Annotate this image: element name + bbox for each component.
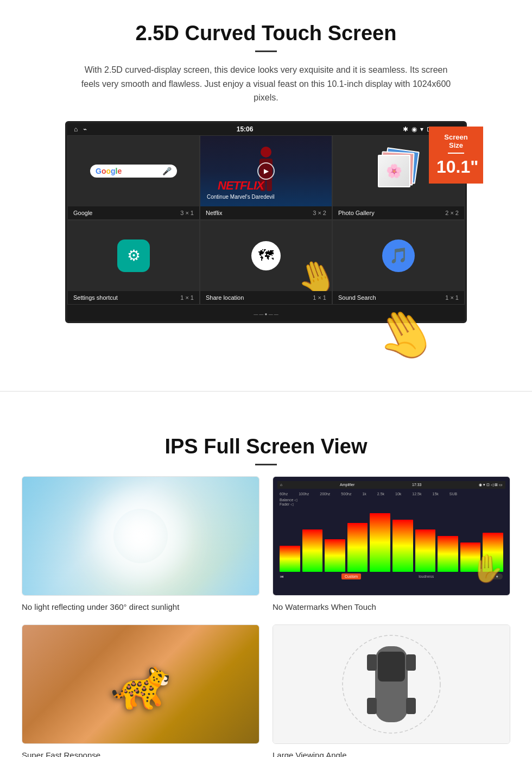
cheetah-image: 🐆: [22, 624, 259, 744]
amp-loudness-label: loudness: [419, 575, 434, 578]
netflix-name: Netflix: [206, 210, 223, 216]
feature-car: Large Viewing Angle: [273, 624, 510, 757]
share-app-label: Share location 1 × 1: [200, 291, 332, 304]
amp-fader-label: Fader ◁: [277, 502, 505, 507]
amp-bar-6: [392, 520, 413, 572]
photo-name: Photo Gallery: [338, 210, 375, 216]
svg-rect-5: [367, 698, 377, 714]
device-frame: ⌂ ⌁ 15:06 ✱ ◉ ▾ ⊡ ◁ ⊠ ▭: [65, 121, 467, 323]
amp-freq-labels: 60hz 100hz 200hz 500hz 1k 2.5k 10k 12.5k…: [277, 491, 505, 497]
share-name: Share location: [206, 294, 244, 301]
curved-screen-section: 2.5D Curved Touch Screen With 2.5D curve…: [0, 0, 532, 386]
car-image: [273, 624, 510, 744]
amp-time: 17:33: [412, 483, 422, 487]
amp-icons: ◉ ▾ ⊡ ◁ ⊠ ▭: [479, 483, 503, 487]
amp-bar-4: [347, 523, 368, 572]
sound-app-label: Sound Search 1 × 1: [333, 291, 464, 304]
settings-name: Settings shortcut: [73, 294, 118, 301]
ips-divider: [255, 464, 277, 465]
app-cell-share[interactable]: 🗺 🤚 Share location 1 × 1: [200, 220, 332, 305]
ips-section: IPS Full Screen View No light reflecting…: [0, 413, 532, 757]
feature-cheetah: 🐆 Super Fast Response: [22, 624, 259, 757]
car-visual: [273, 625, 510, 743]
amp-bar-1: [280, 546, 300, 572]
amp-bar-3: [325, 539, 345, 572]
share-thumb: 🗺 🤚: [200, 220, 332, 291]
usb-icon: ⌁: [83, 125, 87, 133]
cheetah-emoji: 🐆: [110, 655, 171, 712]
svg-rect-2: [378, 652, 405, 682]
photo-size: 2 × 2: [445, 210, 459, 216]
section-divider-line: [0, 391, 532, 392]
sound-thumb: 🎵: [333, 220, 464, 291]
amp-bar-2: [302, 529, 323, 572]
photo-app-label: Photo Gallery 2 × 2: [333, 206, 464, 219]
location-icon: ◉: [411, 125, 417, 133]
cheetah-label: Super Fast Response: [22, 750, 259, 757]
app-cell-netflix[interactable]: ▶ NETFLIX Continue Marvel's Daredevil Ne…: [200, 135, 332, 220]
status-left: ⌂ ⌁: [74, 125, 87, 133]
amplifier-visual: ⌂ Amplifier 17:33 ◉ ▾ ⊡ ◁ ⊠ ▭ 60hz 100hz…: [273, 477, 510, 595]
google-name: Google: [73, 210, 92, 216]
hand-gesture-icon: 🤚: [291, 252, 332, 291]
car-container: [273, 625, 510, 743]
car-label: Large Viewing Angle: [273, 750, 510, 757]
svg-rect-6: [406, 698, 416, 714]
status-time: 15:06: [237, 125, 254, 133]
app-grid-row2: ⚙ Settings shortcut 1 × 1 🗺 🤚 S: [67, 220, 465, 305]
amp-balance-label: Balance ◁: [277, 497, 505, 502]
sunlight-label: No light reflecting under 360° direct su…: [22, 602, 259, 611]
app-cell-settings[interactable]: ⚙ Settings shortcut 1 × 1: [67, 220, 200, 305]
section1-desc: With 2.5D curved-display screen, this de…: [76, 63, 456, 105]
feature-grid: No light reflecting under 360° direct su…: [22, 476, 510, 757]
netflix-label: NETFLIX Continue Marvel's Daredevil: [207, 179, 275, 200]
google-mic-icon[interactable]: 🎤: [162, 167, 172, 175]
google-label: Google 3 × 1: [68, 206, 199, 219]
ips-title: IPS Full Screen View: [22, 435, 510, 458]
ips-header: IPS Full Screen View: [22, 435, 510, 465]
photo-card-3: 🌸: [378, 155, 410, 187]
bluetooth-icon: ✱: [403, 125, 408, 133]
app-cell-sound[interactable]: 🎵 Sound Search 1 × 1: [332, 220, 465, 305]
svg-rect-4: [406, 654, 416, 671]
netflix-play-button[interactable]: ▶: [257, 162, 275, 180]
status-bar: ⌂ ⌁ 15:06 ✱ ◉ ▾ ⊡ ◁ ⊠ ▭: [67, 123, 465, 135]
sound-icon: 🎵: [382, 239, 415, 272]
amp-home-icon: ⌂: [280, 483, 282, 487]
amp-custom-btn[interactable]: Custom: [341, 573, 361, 579]
badge-divider: [448, 153, 464, 154]
settings-icon: ⚙: [117, 239, 150, 272]
maps-icon: 🗺: [251, 241, 281, 270]
netflix-thumb: ▶ NETFLIX Continue Marvel's Daredevil: [200, 136, 332, 206]
netflix-size: 3 × 2: [313, 210, 326, 216]
google-search-bar[interactable]: Google 🎤: [90, 165, 177, 178]
google-thumb: Google 🎤: [68, 136, 199, 206]
amp-prev-icon: ⏮: [280, 575, 284, 578]
feature-sunlight: No light reflecting under 360° direct su…: [22, 476, 259, 611]
section1-title: 2.5D Curved Touch Screen: [33, 22, 499, 45]
sunlight-glow: [113, 509, 168, 563]
amplifier-label: No Watermarks When Touch: [273, 602, 510, 611]
google-size: 3 × 1: [180, 210, 194, 216]
feature-amplifier: ⌂ Amplifier 17:33 ◉ ▾ ⊡ ◁ ⊠ ▭ 60hz 100hz…: [273, 476, 510, 611]
settings-size: 1 × 1: [180, 294, 194, 301]
amp-header: ⌂ Amplifier 17:33 ◉ ▾ ⊡ ◁ ⊠ ▭: [277, 481, 505, 489]
device-wrapper: Screen Size 10.1" ⌂ ⌁ 15:06 ✱ ◉ ▾ ⊡ ◁ ⊠: [65, 121, 467, 364]
amp-title: Amplifier: [340, 483, 354, 487]
share-size: 1 × 1: [313, 294, 326, 301]
car-svg: [337, 630, 446, 739]
sound-size: 1 × 1: [445, 294, 459, 301]
settings-thumb: ⚙: [68, 220, 199, 291]
sunlight-bg: [22, 477, 259, 595]
screen-size-label: Screen Size: [436, 133, 476, 149]
sunlight-image: [22, 476, 259, 596]
cheetah-visual: 🐆: [22, 625, 259, 743]
app-cell-google[interactable]: Google 🎤 Google 3 × 1: [67, 135, 200, 220]
svg-rect-3: [367, 654, 377, 671]
daredevil-head: [261, 147, 271, 157]
netflix-logo: NETFLIX: [207, 179, 275, 193]
google-logo: Google: [96, 167, 122, 175]
home-icon[interactable]: ⌂: [74, 125, 78, 133]
amp-bar-8: [438, 536, 458, 572]
amp-bars-container: ✋: [277, 507, 505, 572]
